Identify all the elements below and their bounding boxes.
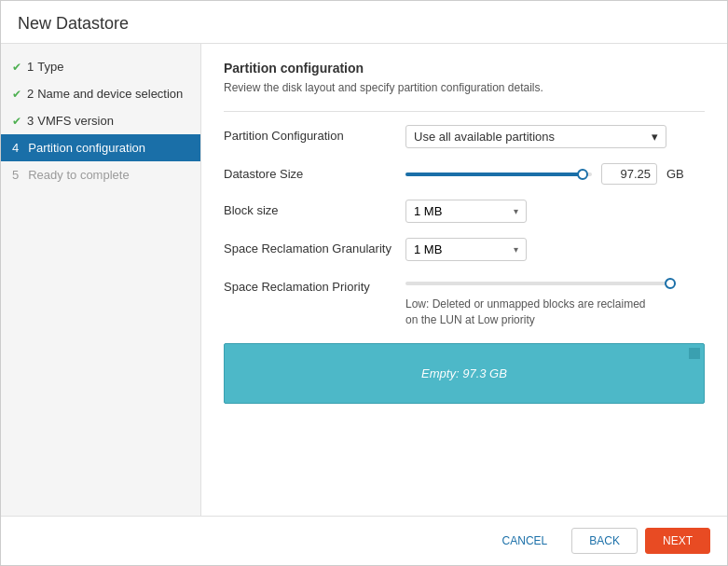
- sidebar-item-ready: 5 Ready to complete: [1, 161, 200, 188]
- partition-config-label: Partition Configuration: [224, 125, 405, 143]
- sidebar-item-name-device[interactable]: ✔ 2 Name and device selection: [1, 80, 200, 107]
- reclaim-thumb: [665, 278, 676, 289]
- space-reclaim-gran-row: Space Reclamation Granularity 1 MB ▾: [224, 238, 705, 261]
- sidebar-item-vmfs-version-label: VMFS version: [37, 114, 114, 128]
- partition-config-row: Partition Configuration Use all availabl…: [224, 125, 705, 148]
- sidebar-item-vmfs-version[interactable]: ✔ 3 VMFS version: [1, 107, 200, 134]
- datastore-size-label: Datastore Size: [224, 163, 405, 181]
- section-desc: Review the disk layout and specify parti…: [224, 81, 705, 94]
- dialog-footer: CANCEL BACK NEXT: [1, 516, 727, 565]
- partition-config-control: Use all available partitions ▾: [405, 125, 705, 148]
- sidebar: ✔ 1 Type ✔ 2 Name and device selection ✔…: [1, 44, 201, 516]
- space-reclaim-priority-label: Space Reclamation Priority: [224, 276, 405, 294]
- space-reclaim-priority-row: Space Reclamation Priority Low: Deleted …: [224, 276, 705, 328]
- partition-config-value: Use all available partitions: [414, 130, 555, 144]
- datastore-size-unit: GB: [666, 167, 684, 181]
- reclaim-desc-line1: Low: Deleted or unmapped blocks are recl…: [405, 297, 645, 311]
- section-divider: [224, 111, 705, 112]
- space-reclaim-gran-arrow-icon: ▾: [514, 244, 518, 255]
- slider-fill: [405, 173, 583, 176]
- next-button[interactable]: NEXT: [645, 528, 710, 554]
- sidebar-item-type[interactable]: ✔ 1 Type: [1, 53, 200, 80]
- space-reclaim-priority-slider[interactable]: [405, 276, 676, 291]
- disk-label: Empty: 97.3 GB: [421, 366, 507, 380]
- datastore-size-slider[interactable]: [405, 167, 592, 182]
- slider-track: [405, 173, 592, 176]
- sidebar-item-name-device-label: Name and device selection: [37, 87, 183, 101]
- reclaim-track: [405, 282, 676, 285]
- partition-config-select[interactable]: Use all available partitions ▾: [405, 125, 666, 148]
- space-reclaim-priority-control: Low: Deleted or unmapped blocks are recl…: [405, 276, 705, 328]
- block-size-row: Block size 1 MB ▾: [224, 200, 705, 223]
- sidebar-item-ready-label: Ready to complete: [28, 168, 129, 182]
- dialog-title: New Datastore: [1, 1, 727, 44]
- space-reclaim-gran-select[interactable]: 1 MB ▾: [405, 238, 527, 261]
- cancel-button[interactable]: CANCEL: [486, 528, 565, 554]
- space-reclaim-gran-label: Space Reclamation Granularity: [224, 238, 405, 255]
- block-size-select[interactable]: 1 MB ▾: [405, 200, 527, 223]
- space-reclaim-gran-control: 1 MB ▾: [405, 238, 705, 261]
- space-reclaim-gran-value: 1 MB: [414, 242, 442, 256]
- disk-corner-icon: [689, 348, 700, 359]
- slider-thumb: [577, 169, 588, 180]
- check-icon-type: ✔: [12, 61, 21, 74]
- check-icon-name-device: ✔: [12, 88, 21, 101]
- sidebar-item-type-label: Type: [37, 60, 63, 74]
- disk-visual: Empty: 97.3 GB: [224, 343, 705, 404]
- new-datastore-dialog: New Datastore ✔ 1 Type ✔ 2 Name and devi…: [0, 0, 728, 566]
- main-content: Partition configuration Review the disk …: [201, 44, 727, 516]
- sidebar-item-partition-config[interactable]: 4 Partition configuration: [1, 134, 200, 161]
- check-icon-vmfs-version: ✔: [12, 115, 21, 128]
- datastore-size-control: 97.25 GB: [405, 163, 705, 185]
- section-title: Partition configuration: [224, 61, 705, 76]
- partition-config-arrow-icon: ▾: [652, 130, 658, 144]
- datastore-size-slider-row: 97.25 GB: [405, 163, 705, 185]
- reclaim-desc: Low: Deleted or unmapped blocks are recl…: [405, 297, 676, 328]
- back-button[interactable]: BACK: [571, 528, 638, 554]
- reclaim-desc-line2: on the LUN at Low priority: [405, 313, 535, 326]
- datastore-size-row: Datastore Size 97.25 GB: [224, 163, 705, 185]
- sidebar-item-partition-config-label: Partition configuration: [28, 141, 145, 155]
- datastore-size-input[interactable]: 97.25: [601, 163, 657, 185]
- block-size-arrow-icon: ▾: [514, 206, 518, 216]
- dialog-body: ✔ 1 Type ✔ 2 Name and device selection ✔…: [1, 44, 727, 516]
- block-size-value: 1 MB: [414, 204, 442, 218]
- block-size-control: 1 MB ▾: [405, 200, 705, 223]
- block-size-label: Block size: [224, 200, 405, 217]
